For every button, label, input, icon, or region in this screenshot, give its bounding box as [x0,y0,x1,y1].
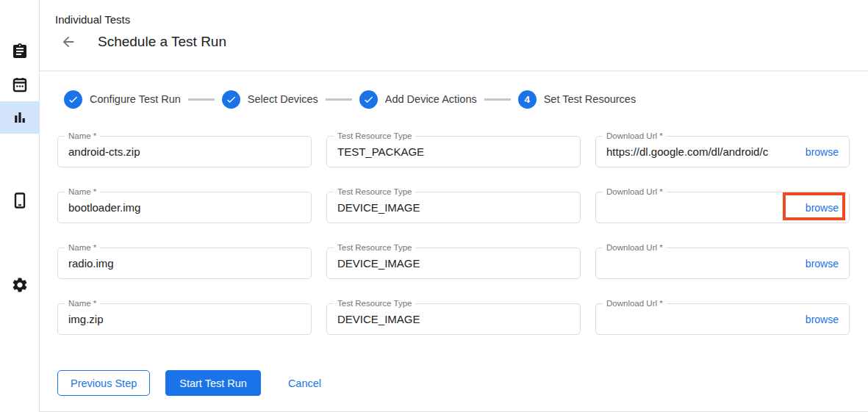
resource-name-value: radio.img [58,257,311,270]
main-panel: Individual Tests Schedule a Test Run Con… [40,0,868,412]
sidebar-item-tests[interactable] [0,35,39,68]
url-field-label: Download Url * [603,243,667,253]
step-number: 4 [524,94,530,105]
browse-link[interactable]: browse [801,202,849,214]
resource-name-input[interactable]: Name * radio.img [57,247,312,279]
resource-type-value: DEVICE_IMAGE [327,313,580,325]
previous-step-button[interactable]: Previous Step [57,370,150,396]
step-indicator [64,90,82,109]
clipboard-icon [11,43,29,60]
step-indicator: 4 [518,90,537,109]
resource-type-input[interactable]: Test Resource Type DEVICE_IMAGE [326,303,581,335]
step-2[interactable]: Select Devices [222,90,318,109]
step-3[interactable]: Add Device Actions [359,90,477,109]
sidebar-item-test-plans[interactable] [0,68,39,101]
check-icon [68,94,79,105]
type-field-label: Test Resource Type [334,187,415,197]
step-indicator [359,90,378,109]
page-header: Individual Tests Schedule a Test Run [40,0,868,71]
resource-name-value: bootloader.img [58,201,311,214]
name-field-label: Name * [65,187,100,197]
resource-row: Name * android-cts.zip Test Resource Typ… [57,136,868,167]
resource-name-value: android-cts.zip [58,145,311,158]
type-field-label: Test Resource Type [334,131,415,141]
bar-chart-icon [11,109,29,126]
arrow-back-icon [60,34,76,50]
step-connector [484,98,511,101]
type-field-label: Test Resource Type [334,299,415,308]
url-field-label: Download Url * [603,299,667,308]
name-field-label: Name * [65,131,100,141]
resource-type-value: DEVICE_IMAGE [327,201,580,214]
app-window: Individual Tests Schedule a Test Run Con… [0,0,868,412]
sidebar [0,0,40,412]
name-field-label: Name * [65,243,100,253]
type-field-label: Test Resource Type [334,243,415,253]
url-field-label: Download Url * [603,187,667,197]
cancel-button[interactable]: Cancel [288,377,321,389]
back-button[interactable] [59,32,78,51]
sidebar-item-test-runs[interactable] [0,101,39,134]
resource-name-input[interactable]: Name * img.zip [57,303,312,335]
gear-icon [11,276,29,294]
resource-name-input[interactable]: Name * bootloader.img [57,192,312,223]
resource-rows: Name * android-cts.zip Test Resource Typ… [57,136,868,335]
sidebar-item-devices[interactable] [0,184,39,217]
step-indicator [222,90,240,109]
stepper: Configure Test Run Select Devices Add De… [64,90,868,109]
resource-type-input[interactable]: Test Resource Type DEVICE_IMAGE [326,247,581,279]
step-connector [326,98,352,101]
breadcrumb: Individual Tests [55,13,130,26]
step-label: Configure Test Run [90,93,181,105]
browse-link[interactable]: browse [801,314,849,325]
resource-row: Name * radio.img Test Resource Type DEVI… [57,247,868,279]
start-test-run-button[interactable]: Start Test Run [165,370,261,396]
action-bar: Previous Step Start Test Run Cancel [57,370,868,396]
sidebar-item-settings[interactable] [0,269,39,301]
resource-type-value: TEST_PACKAGE [327,145,580,158]
download-url-input[interactable]: Download Url * browse [595,192,850,223]
resource-name-input[interactable]: Name * android-cts.zip [57,136,312,167]
download-url-input[interactable]: Download Url * browse [595,247,850,279]
browse-link[interactable]: browse [801,146,849,158]
step-4[interactable]: 4 Set Test Resources [518,90,636,109]
browse-link[interactable]: browse [801,258,849,270]
download-url-input[interactable]: Download Url * browse [595,303,850,335]
name-field-label: Name * [65,299,100,308]
step-label: Add Device Actions [385,93,477,105]
download-url-value: https://dl.google.com/dl/android/c [596,145,801,158]
smartphone-icon [11,192,29,209]
calendar-icon [11,76,29,93]
url-field-label: Download Url * [603,131,667,141]
resource-row: Name * img.zip Test Resource Type DEVICE… [57,303,868,335]
step-label: Set Test Resources [544,93,636,105]
step-label: Select Devices [248,93,318,105]
resource-type-input[interactable]: Test Resource Type TEST_PACKAGE [326,136,581,167]
resource-type-input[interactable]: Test Resource Type DEVICE_IMAGE [326,192,581,223]
resource-name-value: img.zip [58,313,311,325]
page-title: Schedule a Test Run [98,34,226,50]
check-icon [226,94,237,105]
step-connector [188,98,215,101]
download-url-input[interactable]: Download Url * https://dl.google.com/dl/… [595,136,850,167]
resource-row: Name * bootloader.img Test Resource Type… [57,192,868,223]
check-icon [363,94,374,105]
step-1[interactable]: Configure Test Run [64,90,181,109]
resource-type-value: DEVICE_IMAGE [327,257,580,270]
